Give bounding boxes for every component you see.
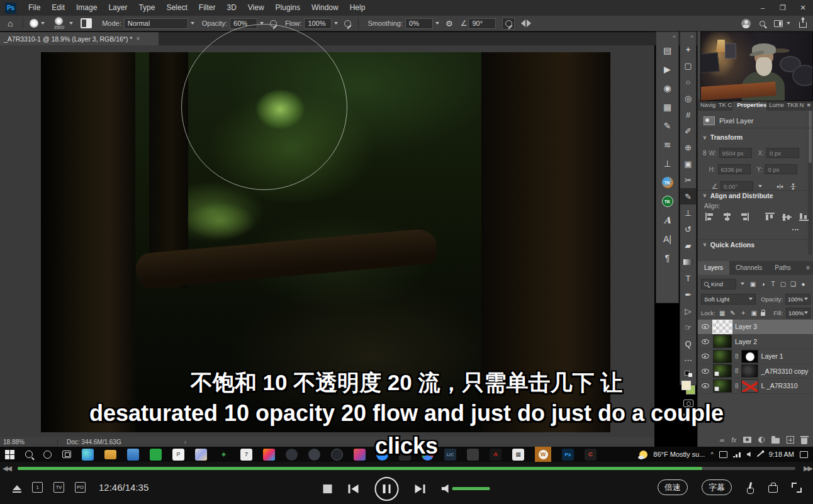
- playback-speed-button[interactable]: 倍速: [658, 479, 688, 495]
- object-selection-tool[interactable]: ◎: [680, 90, 696, 106]
- zoom-tool[interactable]: Q: [680, 335, 696, 352]
- chevron-down-icon[interactable]: [787, 22, 790, 25]
- y-input[interactable]: 0 px: [765, 164, 797, 174]
- tab-layers[interactable]: Layers: [698, 261, 729, 275]
- layer-thumbnail-image[interactable]: [713, 350, 732, 363]
- filter-shape-icon[interactable]: ▢: [779, 281, 787, 288]
- menu-select[interactable]: Select: [160, 0, 193, 16]
- height-input[interactable]: 6336 px: [718, 164, 751, 174]
- align-center-v-icon[interactable]: [782, 213, 792, 221]
- collapse-toolbox-icon[interactable]: «: [680, 32, 696, 41]
- tab-paths[interactable]: Paths: [768, 261, 797, 275]
- lock-transparency-icon[interactable]: ▦: [719, 310, 726, 316]
- brush-preset-picker[interactable]: 3500: [53, 17, 64, 30]
- menu-file[interactable]: File: [23, 0, 46, 16]
- align-right-icon[interactable]: [739, 213, 749, 221]
- stop-button[interactable]: [323, 484, 332, 493]
- lock-all-icon[interactable]: [761, 312, 765, 316]
- type-tool[interactable]: T: [680, 270, 696, 286]
- pause-button[interactable]: [375, 477, 399, 501]
- visibility-toggle[interactable]: [698, 339, 713, 344]
- flow-input[interactable]: 100%: [304, 18, 332, 29]
- home-icon[interactable]: ⌂: [8, 18, 13, 28]
- chevron-down-icon[interactable]: [435, 22, 439, 25]
- seek-back-icon[interactable]: ◀◀: [3, 464, 11, 473]
- search-icon[interactable]: [760, 21, 765, 26]
- swatches-panel-icon[interactable]: ◉: [656, 79, 678, 98]
- next-button[interactable]: [415, 484, 425, 493]
- gear-icon[interactable]: ⚙: [446, 19, 453, 28]
- paragraph-panel-icon[interactable]: ¶: [656, 249, 678, 267]
- align-top-icon[interactable]: [765, 213, 775, 221]
- minimize-button[interactable]: –: [753, 0, 773, 16]
- fullscreen-icon[interactable]: [792, 483, 802, 493]
- layer-opacity-select[interactable]: 100%: [785, 294, 810, 305]
- scissors-tool[interactable]: ✂: [680, 172, 696, 188]
- mask-link-icon[interactable]: 8: [735, 353, 739, 360]
- layer-thumbnail-transparent[interactable]: [713, 320, 732, 333]
- crop-tool[interactable]: #: [680, 106, 696, 123]
- brush-tool-selected[interactable]: ✎: [680, 188, 696, 204]
- photoshop-logo-icon[interactable]: Ps: [5, 3, 16, 14]
- close-button[interactable]: ✕: [793, 0, 813, 16]
- eraser-tool[interactable]: ▰: [680, 237, 696, 254]
- layer-name[interactable]: Layer 1: [761, 352, 783, 360]
- layer-row-layer3[interactable]: Layer 3: [698, 320, 813, 335]
- align-section-header[interactable]: ∨ Align and Distribute: [698, 190, 813, 200]
- flip-vertical-icon[interactable]: ▸|◂: [790, 184, 797, 189]
- menu-help[interactable]: Help: [344, 0, 371, 16]
- menu-edit[interactable]: Edit: [46, 0, 70, 16]
- playlist-button[interactable]: 1: [32, 482, 43, 493]
- healing-brush-tool[interactable]: ⊕: [680, 139, 696, 155]
- styles-panel-icon[interactable]: A: [656, 211, 678, 230]
- chevron-down-icon[interactable]: [69, 22, 73, 25]
- lasso-tool[interactable]: ○: [680, 74, 696, 90]
- layer-row-layer1[interactable]: 8 Layer 1: [698, 349, 813, 364]
- chevron-down-icon[interactable]: [191, 22, 194, 25]
- menu-image[interactable]: Image: [70, 0, 103, 16]
- align-center-h-icon[interactable]: [722, 213, 732, 221]
- subtitles-button[interactable]: 字幕: [702, 479, 732, 495]
- tv-cast-button[interactable]: TV: [53, 482, 64, 493]
- flip-horizontal-icon[interactable]: ▸|◂: [777, 183, 782, 189]
- lock-position-icon[interactable]: +: [739, 310, 747, 316]
- quick-actions-header[interactable]: ∨ Quick Actions: [698, 239, 813, 249]
- tab-close-icon[interactable]: ×: [136, 35, 140, 42]
- po-button[interactable]: PO: [75, 482, 86, 493]
- tab-channels[interactable]: Channels: [729, 261, 768, 275]
- workspace-switcher-icon[interactable]: [774, 20, 783, 27]
- gesture-icon[interactable]: [746, 482, 754, 493]
- hand-tool[interactable]: ☞: [680, 319, 696, 335]
- chevron-down-icon[interactable]: [741, 283, 744, 285]
- filter-toggle-icon[interactable]: ●: [799, 281, 807, 288]
- previous-button[interactable]: [349, 484, 359, 493]
- progress-bar[interactable]: [18, 467, 795, 470]
- chevron-down-icon[interactable]: [334, 22, 338, 25]
- lock-pixels-icon[interactable]: ✎: [729, 310, 737, 316]
- smoothing-input[interactable]: 0%: [405, 18, 433, 29]
- collapse-panels-icon[interactable]: «: [656, 32, 678, 41]
- filter-smart-object-icon[interactable]: ❏: [789, 281, 797, 288]
- brushes-panel-icon[interactable]: ≋: [656, 135, 678, 154]
- align-more-button[interactable]: •••: [792, 227, 799, 232]
- volume-icon[interactable]: [442, 484, 450, 493]
- align-left-icon[interactable]: [705, 213, 715, 221]
- menu-layer[interactable]: Layer: [103, 0, 133, 16]
- chevron-down-icon[interactable]: [41, 22, 45, 25]
- align-bottom-icon[interactable]: [799, 213, 809, 221]
- layer-name[interactable]: Layer 2: [735, 338, 757, 345]
- filter-pixel-icon[interactable]: ▣: [749, 281, 757, 288]
- filter-type-icon[interactable]: T: [769, 281, 777, 288]
- x-input[interactable]: 0 px: [766, 148, 799, 158]
- transform-section-header[interactable]: ∨ Transform: [698, 132, 813, 142]
- screenshot-icon[interactable]: [768, 485, 778, 493]
- brush-settings-panel-icon[interactable]: [81, 18, 92, 28]
- brush-tool-icon[interactable]: [30, 19, 38, 28]
- layer-mask-thumbnail[interactable]: [741, 350, 758, 363]
- eyedropper-tool[interactable]: ✐: [680, 123, 696, 139]
- clone-stamp-tool[interactable]: ⊥: [680, 204, 696, 221]
- pen-tool[interactable]: ✒: [680, 286, 696, 303]
- airbrush-mode-icon[interactable]: [342, 18, 352, 28]
- seek-forward-icon[interactable]: ▶▶: [804, 464, 812, 473]
- account-avatar[interactable]: [741, 19, 751, 28]
